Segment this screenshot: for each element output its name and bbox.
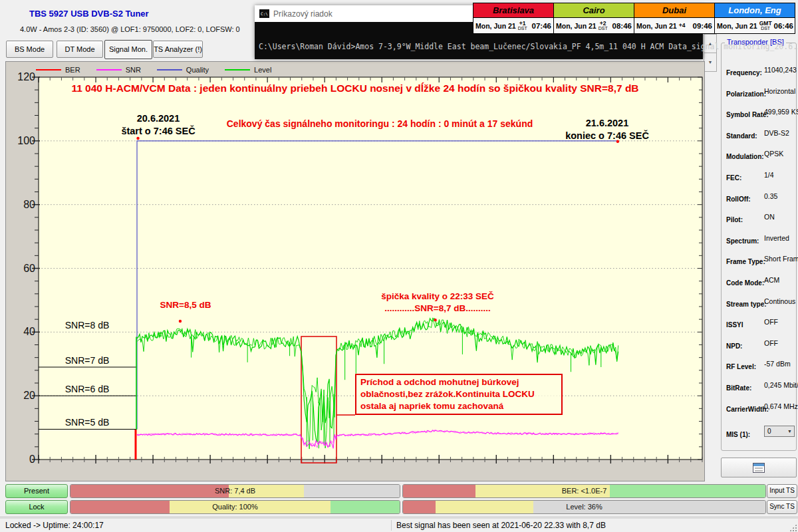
snr-bar: SNR: 7,4 dB	[70, 484, 400, 498]
snr-ref-label: SNR=6 dB	[37, 384, 137, 394]
clock-london-eng: London, EngMon, Jun 21GMTDST06:46	[714, 3, 795, 34]
present-button[interactable]: Present	[5, 484, 68, 498]
transponder-field: RF Level:-57 dBm	[722, 360, 796, 381]
best-signal-status: Best signal has been seen at 2021-06-20 …	[396, 521, 606, 530]
transponder-field: Pilot:ON	[722, 213, 796, 234]
y-tick-label: 0	[9, 454, 35, 466]
transponder-field: NPD:OFF	[722, 339, 796, 360]
transponder-field: Stream type:Continous	[722, 297, 796, 319]
transponder-field: Frequency:11040,243 MHz	[722, 66, 796, 87]
transponder-field: Code Mode:ACM	[722, 276, 796, 297]
mis-label: MIS (1):	[726, 431, 750, 438]
snr-ref-label: SNR=5 dB	[37, 417, 137, 428]
transponder-fields: Frequency:11040,243 MHzPolarization:Hori…	[722, 66, 796, 423]
peak-quality-annotation: špička kvality o 22:33 SEČ ............S…	[338, 291, 537, 315]
ber-bar: BER: <1.0E-7	[402, 484, 766, 498]
bar-value-text: Quality: 100%	[70, 501, 400, 513]
clock-time: 08:46	[612, 22, 632, 30]
transponder-field: Spectrum:Inverted	[722, 234, 796, 255]
snr-ref-label: SNR=7 dB	[37, 355, 137, 366]
transponder-field: BitRate:0,245 Mbit/s	[722, 381, 796, 402]
tab-bs-mode[interactable]: BS Mode	[6, 41, 53, 58]
y-tick-label: 80	[9, 199, 35, 211]
clock-city: Dubai	[634, 3, 714, 18]
tab-ts-analyzer-[interactable]: TS Analyzer (!)	[153, 41, 203, 58]
transponder-field: Standard:DVB-S2	[722, 129, 796, 150]
transponder-field: ISSYIOFF	[722, 318, 796, 339]
transponder-field: FEC:1/4	[722, 171, 796, 192]
tab-signal-mon-[interactable]: Signal Mon.	[104, 40, 152, 59]
world-clocks: BratislavaMon, Jun 21+1DST07:46CairoMon,…	[473, 3, 795, 34]
clock-dubai: DubaiMon, Jun 21+409:46	[634, 3, 715, 34]
chevron-down-icon: ▼	[787, 426, 792, 437]
y-tick-label: 100	[9, 135, 35, 147]
input-ts-button[interactable]: Input TS	[767, 484, 797, 498]
ts-dialog-button[interactable]	[721, 458, 797, 477]
clock-city: Cairo	[554, 3, 634, 18]
transponder-field: Polarization:Horizontal	[722, 87, 796, 108]
mis-dropdown[interactable]: 0 ▼	[764, 426, 795, 437]
clock-time: 09:46	[693, 22, 712, 30]
chart-title: 11 040 H-ACM/VCM Data : jeden kontinuáln…	[6, 82, 704, 94]
transponder-field: Symbol Rate:499,959 KS/s	[722, 108, 796, 129]
bar-value-text: SNR: 7,4 dB	[70, 485, 400, 497]
level-bar: Level: 36%	[402, 500, 766, 514]
clock-city: Bratislava	[473, 3, 553, 18]
transponder-field: Modulation:QPSK	[722, 150, 796, 171]
tab-dt-mode[interactable]: DT Mode	[57, 41, 103, 58]
app-title: TBS 5927 USB DVB-S2 Tuner	[29, 9, 149, 19]
lock-button[interactable]: Lock	[5, 500, 68, 514]
uptime-status: Locked -> Uptime: 24:00:17	[5, 521, 104, 530]
storm-note-box: Príchod a odchod mohutnej búrkovej oblač…	[355, 374, 563, 415]
divider	[0, 517, 798, 517]
snr-ref-label: SNR=8 dB	[37, 320, 137, 331]
bar-value-text: Level: 36%	[403, 501, 765, 513]
clock-time: 06:46	[774, 22, 793, 30]
divider	[391, 520, 392, 531]
transponder-panel: Transponder [BS] Frequency:11040,243 MHz…	[721, 43, 797, 451]
clock-time: 07:46	[532, 22, 551, 30]
scroll-down-button[interactable]: ▼	[704, 53, 717, 72]
y-tick-label: 20	[9, 390, 35, 402]
bar-value-text: BER: <1.0E-7	[403, 485, 765, 497]
snr-85-annotation: SNR=8,5 dB	[132, 300, 239, 310]
status-bar: Locked -> Uptime: 24:00:17 Best signal h…	[0, 518, 798, 532]
y-tick-label: 60	[9, 263, 35, 275]
cmd-icon: C:\	[259, 9, 269, 18]
cmd-title: Príkazový riadok	[273, 9, 332, 19]
mis-row: MIS (1): 0 ▼	[726, 428, 793, 440]
y-tick-label: 120	[9, 71, 35, 83]
tuner-subtitle: 4.0W - Amos 2-3 (ID: 3560) @ LOF1: 97500…	[20, 25, 240, 33]
signal-chart: BERSNRQualityLevel 020406080100120 SNR=8…	[5, 61, 705, 481]
sync-ts-button[interactable]: Sync TS	[767, 500, 797, 514]
clock-bratislava: BratislavaMon, Jun 21+1DST07:46	[473, 3, 554, 34]
total-time-annotation: Celkový čas signálneho monitoringu : 24 …	[213, 118, 546, 129]
streams-icon	[753, 463, 765, 473]
y-tick-label: 40	[9, 326, 35, 338]
start-date-annotation: 20.6.2021 štart o 7:46 SEČ	[92, 112, 225, 138]
transponder-field: RollOff:0.35	[722, 192, 796, 213]
clock-city: London, Eng	[715, 3, 795, 18]
transponder-field: Frame Type:Short Frame	[722, 255, 796, 276]
resize-grip[interactable]	[789, 524, 797, 531]
clock-cairo: CairoMon, Jun 21+2DST08:46	[553, 3, 634, 34]
transponder-field: CarrierWidth:0,674 MHz	[722, 402, 796, 424]
quality-bar: Quality: 100%	[70, 500, 400, 514]
end-date-annotation: 21.6.2021 koniec o 7:46 SEČ	[541, 117, 674, 142]
